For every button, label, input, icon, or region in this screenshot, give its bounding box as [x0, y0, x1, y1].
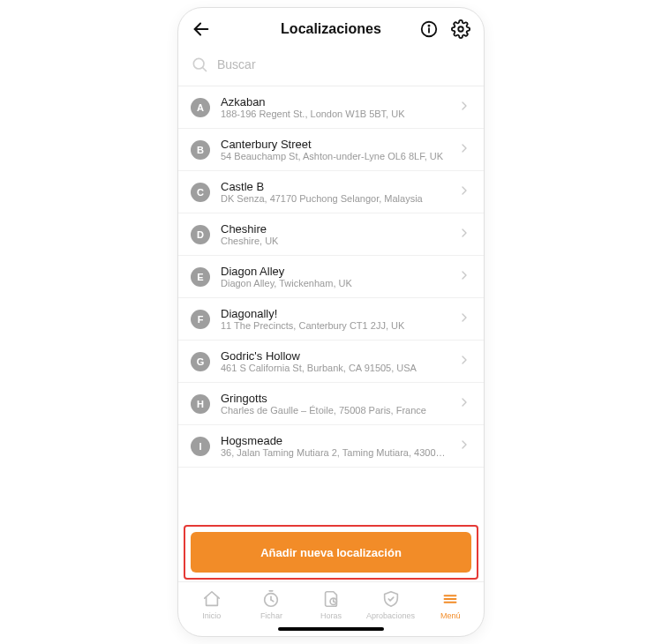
nav-clock[interactable]: Fichar	[244, 589, 297, 620]
list-item[interactable]: BCanterbury Street54 Beauchamp St, Ashto…	[178, 129, 484, 171]
item-title: Diagon Alley	[221, 265, 447, 278]
item-subtitle: DK Senza, 47170 Puchong Selangor, Malays…	[221, 193, 447, 204]
avatar: F	[191, 310, 210, 329]
list-item[interactable]: HGringottsCharles de Gaulle – Étoile, 75…	[178, 383, 484, 425]
add-location-button[interactable]: Añadir nueva localización	[191, 532, 471, 573]
svg-point-3	[428, 26, 429, 26]
home-indicator	[178, 622, 484, 636]
item-title: Canterbury Street	[221, 138, 447, 151]
avatar: I	[191, 437, 210, 456]
chevron-right-icon	[457, 395, 471, 413]
stopwatch-icon	[261, 589, 281, 609]
item-text: CheshireCheshire, UK	[221, 222, 447, 246]
item-title: Gringotts	[221, 392, 447, 405]
search-input[interactable]	[217, 57, 471, 71]
info-button[interactable]	[418, 19, 440, 40]
item-text: Castle BDK Senza, 47170 Puchong Selangor…	[221, 180, 447, 204]
avatar: A	[191, 98, 210, 117]
highlight-box: Añadir nueva localización	[184, 525, 478, 580]
search-icon	[191, 56, 208, 73]
avatar: B	[191, 140, 210, 160]
info-icon	[419, 19, 439, 39]
list-item[interactable]: GGodric's Hollow461 S California St, Bur…	[178, 341, 484, 383]
item-title: Godric's Hollow	[221, 349, 447, 363]
nav-label: Horas	[320, 611, 342, 620]
home-icon	[202, 589, 222, 609]
item-text: GringottsCharles de Gaulle – Étoile, 750…	[221, 392, 447, 416]
chevron-right-icon	[457, 311, 471, 328]
list-item[interactable]: AAzkaban188-196 Regent St., London W1B 5…	[178, 86, 484, 129]
item-subtitle: Cheshire, UK	[221, 236, 447, 246]
back-button[interactable]	[191, 19, 212, 40]
item-title: Hogsmeade	[221, 434, 447, 447]
list-item[interactable]: CCastle BDK Senza, 47170 Puchong Selango…	[178, 171, 484, 213]
item-title: Castle B	[221, 180, 447, 193]
phone-frame: Localizaciones AAzkaban188-1	[177, 7, 485, 637]
svg-line-9	[271, 600, 274, 602]
menu-icon	[440, 589, 460, 609]
nav-label: Menú	[440, 611, 461, 620]
list-item[interactable]: EDiagon AlleyDiagon Alley, Twickenham, U…	[178, 256, 484, 298]
item-text: Hogsmeade36, Jalan Taming Mutiara 2, Tam…	[221, 434, 447, 458]
document-clock-icon	[321, 589, 341, 609]
item-text: Canterbury Street54 Beauchamp St, Ashton…	[221, 138, 447, 161]
item-subtitle: Charles de Gaulle – Étoile, 75008 Paris,…	[221, 405, 447, 416]
chevron-right-icon	[457, 268, 471, 286]
gear-icon	[451, 19, 470, 39]
location-list: AAzkaban188-196 Regent St., London W1B 5…	[178, 86, 484, 518]
shield-check-icon	[381, 589, 401, 609]
nav-label: Aprobaciones	[366, 611, 415, 620]
chevron-right-icon	[457, 99, 471, 116]
nav-label: Inicio	[202, 611, 221, 620]
item-text: Azkaban188-196 Regent St., London W1B 5B…	[221, 95, 447, 119]
nav-approvals[interactable]: Aprobaciones	[365, 589, 418, 620]
search-row	[178, 50, 484, 86]
item-subtitle: 54 Beauchamp St, Ashton-under-Lyne OL6 8…	[221, 151, 447, 161]
item-subtitle: Diagon Alley, Twickenham, UK	[221, 278, 447, 288]
chevron-right-icon	[457, 438, 471, 455]
avatar: D	[191, 225, 210, 244]
header: Localizaciones	[178, 8, 484, 50]
item-text: Diagon AlleyDiagon Alley, Twickenham, UK	[221, 265, 447, 288]
item-title: Cheshire	[221, 222, 447, 236]
svg-point-4	[458, 26, 463, 32]
item-text: Diagonally!11 The Precincts, Canterbury …	[221, 307, 447, 331]
chevron-right-icon	[457, 226, 471, 243]
svg-line-6	[203, 68, 207, 71]
nav-hours[interactable]: Horas	[305, 589, 357, 620]
nav-home[interactable]: Inicio	[185, 589, 238, 620]
chevron-right-icon	[457, 141, 471, 159]
chevron-right-icon	[457, 183, 471, 201]
item-subtitle: 36, Jalan Taming Mutiara 2, Taming Mutia…	[221, 447, 447, 458]
settings-button[interactable]	[450, 19, 471, 40]
chevron-right-icon	[457, 353, 471, 371]
nav-menu[interactable]: Menú	[424, 589, 477, 620]
nav-label: Fichar	[260, 611, 282, 620]
avatar: C	[191, 183, 210, 202]
list-item[interactable]: IHogsmeade36, Jalan Taming Mutiara 2, Ta…	[178, 425, 484, 468]
bottom-nav: Inicio Fichar Horas Aprobaciones Menú	[178, 581, 484, 622]
item-subtitle: 11 The Precincts, Canterbury CT1 2JJ, UK	[221, 320, 447, 331]
arrow-left-icon	[192, 19, 211, 39]
list-item[interactable]: FDiagonally!11 The Precincts, Canterbury…	[178, 298, 484, 341]
avatar: E	[191, 267, 210, 287]
item-text: Godric's Hollow461 S California St, Burb…	[221, 349, 447, 373]
avatar: G	[191, 352, 210, 371]
item-subtitle: 461 S California St, Burbank, CA 91505, …	[221, 363, 447, 373]
item-title: Azkaban	[221, 95, 447, 109]
list-item[interactable]: DCheshireCheshire, UK	[178, 213, 484, 256]
item-subtitle: 188-196 Regent St., London W1B 5BT, UK	[221, 109, 447, 119]
item-title: Diagonally!	[221, 307, 447, 320]
avatar: H	[191, 394, 210, 414]
svg-line-13	[334, 602, 335, 603]
